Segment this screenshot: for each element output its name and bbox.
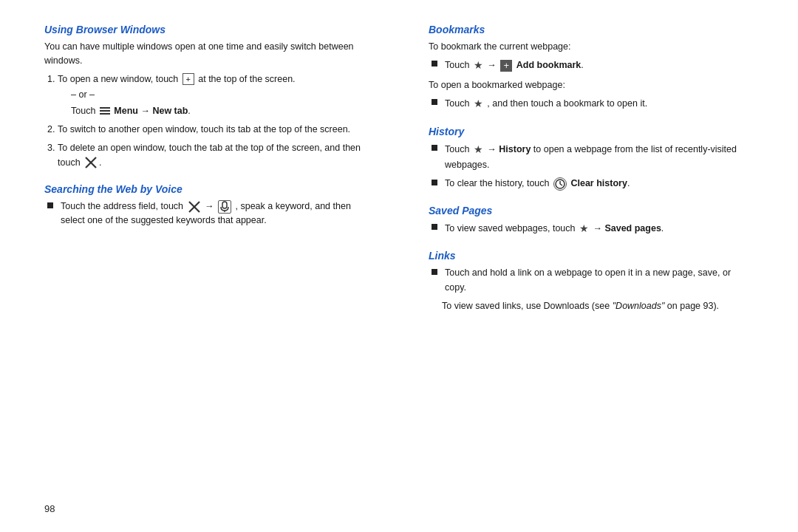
bookmarks-item1: Touch ★ → + Add bookmark.	[432, 58, 754, 74]
links-item: Touch and hold a link on a webpage to op…	[432, 266, 754, 295]
section-body-links: Touch and hold a link on a webpage to op…	[429, 266, 754, 313]
svg-rect-4	[222, 202, 227, 208]
clear-history-label: Clear history	[570, 178, 627, 188]
section-title-links: Links	[429, 250, 754, 262]
list-item-3: To delete an open window, touch the tab …	[58, 141, 369, 170]
section-title-searching: Searching the Web by Voice	[44, 183, 369, 195]
plus-box-icon: +	[183, 73, 194, 85]
section-links: Links Touch and hold a link on a webpage…	[429, 250, 754, 313]
or-line: – or –	[71, 88, 369, 102]
section-title-browser-windows: Using Browser Windows	[44, 24, 369, 35]
menu-lines-icon	[100, 106, 110, 116]
history-clock-icon	[553, 177, 567, 191]
col-left: Using Browser Windows You can have multi…	[44, 24, 381, 508]
searching-list: Touch the address field, touch →	[47, 200, 369, 228]
saved-pages-item: To view saved webpages, touch ★ → Saved …	[432, 221, 754, 237]
searching-item: Touch the address field, touch →	[47, 200, 369, 228]
star-icon-3: ★	[474, 142, 483, 158]
saved-pages-text: To view saved webpages, touch ★ → Saved …	[445, 221, 754, 237]
downloads-ref: "Downloads"	[613, 301, 665, 311]
bookmarks-intro: To bookmark the current webpage:	[429, 40, 754, 54]
menu-label: Menu	[114, 106, 138, 116]
links-list: Touch and hold a link on a webpage to op…	[432, 266, 754, 295]
section-bookmarks: Bookmarks To bookmark the current webpag…	[429, 24, 754, 112]
section-title-bookmarks: Bookmarks	[429, 24, 754, 35]
bullet-icon	[432, 61, 437, 66]
touch-menu-line: Touch Menu → New tab.	[71, 104, 369, 118]
bookmarks-intro2: To open a bookmarked webpage:	[429, 78, 754, 92]
page-number: 98	[44, 503, 55, 514]
links-extra: To view saved links, use Downloads (see …	[442, 299, 754, 313]
col-right: Bookmarks To bookmark the current webpag…	[417, 24, 754, 508]
svg-line-8	[560, 184, 562, 185]
mic-icon	[218, 200, 231, 214]
section-body-searching: Touch the address field, touch →	[44, 200, 369, 228]
x-icon	[84, 156, 98, 169]
add-bookmark-plus-icon: +	[500, 60, 512, 72]
add-bookmark-label: Add bookmark	[516, 61, 582, 71]
star-icon-4: ★	[579, 221, 589, 237]
new-tab-label: New tab	[152, 106, 188, 116]
bullet-icon	[432, 180, 437, 185]
bullet-icon	[47, 202, 53, 208]
bullet-icon	[432, 99, 437, 105]
bookmarks-text2: Touch ★ , and then touch a bookmark to o…	[445, 96, 754, 112]
browser-windows-list: To open a new window, touch + at the top…	[58, 72, 369, 170]
bullet-icon	[432, 224, 437, 230]
history-item1: Touch ★ → History to open a webpage from…	[432, 142, 754, 172]
section-searching-web-voice: Searching the Web by Voice Touch the add…	[44, 183, 369, 228]
list-item-1: To open a new window, touch + at the top…	[58, 72, 369, 118]
bullet-icon	[432, 269, 437, 275]
section-body-saved-pages: To view saved webpages, touch ★ → Saved …	[429, 221, 754, 237]
page: Using Browser Windows You can have multi…	[0, 0, 798, 532]
cross-search-icon	[188, 200, 201, 214]
saved-pages-label: Saved pages	[604, 223, 661, 233]
bookmarks-list1: Touch ★ → + Add bookmark.	[432, 58, 754, 74]
section-body-browser-windows: You can have multiple windows open at on…	[44, 40, 369, 170]
section-body-bookmarks: To bookmark the current webpage: Touch ★…	[429, 40, 754, 112]
content-columns: Using Browser Windows You can have multi…	[44, 24, 754, 508]
section-saved-pages: Saved Pages To view saved webpages, touc…	[429, 205, 754, 237]
links-text: Touch and hold a link on a webpage to op…	[445, 266, 754, 295]
bookmarks-list2: Touch ★ , and then touch a bookmark to o…	[432, 96, 754, 112]
searching-text: Touch the address field, touch →	[61, 200, 369, 228]
history-label: History	[499, 144, 531, 154]
list-item-2: To switch to another open window, touch …	[58, 123, 369, 137]
star-icon-2: ★	[474, 96, 483, 112]
history-list: Touch ★ → History to open a webpage from…	[432, 142, 754, 191]
section-using-browser-windows: Using Browser Windows You can have multi…	[44, 24, 369, 170]
section-body-history: Touch ★ → History to open a webpage from…	[429, 142, 754, 191]
browser-windows-intro: You can have multiple windows open at on…	[44, 40, 369, 69]
section-title-history: History	[429, 126, 754, 137]
saved-pages-list: To view saved webpages, touch ★ → Saved …	[432, 221, 754, 237]
bookmarks-item2: Touch ★ , and then touch a bookmark to o…	[432, 96, 754, 112]
section-title-saved-pages: Saved Pages	[429, 205, 754, 216]
history-item2: To clear the history, touch Clear histor…	[432, 177, 754, 191]
history-text1: Touch ★ → History to open a webpage from…	[445, 142, 754, 172]
star-icon: ★	[474, 58, 483, 74]
bullet-icon	[432, 145, 437, 151]
section-history: History Touch ★ → History to open a webp…	[429, 126, 754, 191]
history-text2: To clear the history, touch Clear histor…	[445, 177, 754, 191]
bookmarks-text1: Touch ★ → + Add bookmark.	[445, 58, 754, 74]
